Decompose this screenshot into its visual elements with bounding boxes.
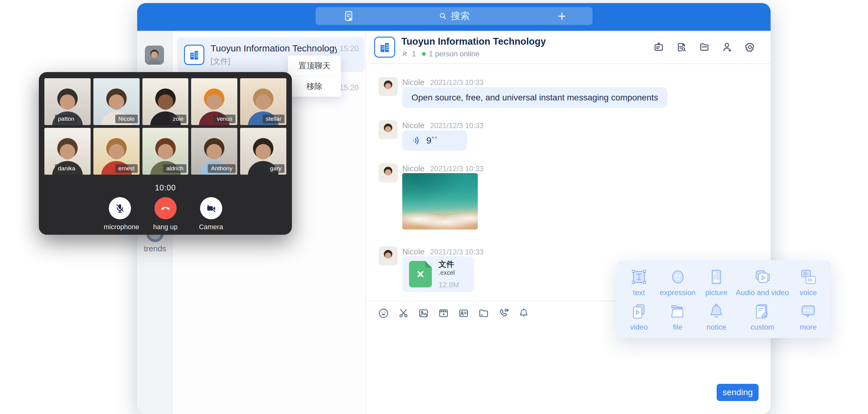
members-icon <box>401 50 409 58</box>
sender-avatar[interactable] <box>378 247 398 265</box>
participant-name: patton <box>55 115 78 123</box>
message-time: 2021/12/3 10:33 <box>430 78 484 87</box>
group-call-overlay: patton Nicole zoie venus stellar danika <box>39 72 292 235</box>
top-bar: 搜索 + <box>137 3 771 31</box>
participant-name: Nicole <box>115 115 138 123</box>
notification-bell-icon[interactable] <box>518 308 530 319</box>
hang-up-button[interactable] <box>154 197 177 219</box>
text-icon <box>630 267 648 286</box>
hang-up-label: hang up <box>150 223 182 231</box>
voice-icon <box>799 267 817 286</box>
chat-history-search-icon[interactable] <box>675 41 688 54</box>
file-size: 12.8M <box>439 281 467 289</box>
menu-item-pin-chat[interactable]: 置顶聊天 <box>288 56 341 76</box>
sender-avatar[interactable] <box>378 120 398 139</box>
text-bubble[interactable]: Open source, free, and universal instant… <box>402 87 667 108</box>
contact-card-icon[interactable] <box>458 308 469 319</box>
screenshot-scissors-icon[interactable] <box>398 308 409 319</box>
participant-tile[interactable]: venus <box>191 78 237 125</box>
sender-name: Nicole <box>402 247 425 257</box>
search-placeholder: 搜索 <box>451 9 470 23</box>
notice-bell-icon <box>707 301 725 320</box>
sender-avatar[interactable] <box>378 163 398 182</box>
call-timer: 10:00 <box>44 183 286 192</box>
participant-tile[interactable]: aldrich <box>143 128 189 174</box>
participant-name: ernest <box>115 164 138 173</box>
participant-tile[interactable]: ernest <box>93 128 140 174</box>
participant-tile[interactable]: Nicole <box>93 78 140 125</box>
search-bar[interactable]: 搜索 + <box>316 7 592 25</box>
camera-label: Camera <box>195 223 227 231</box>
sender-name: Nicole <box>402 121 425 130</box>
voice-bubble[interactable]: 9`` <box>402 130 467 151</box>
panel-item-more[interactable]: more <box>789 299 828 333</box>
panel-item-custom[interactable]: custom <box>736 299 789 333</box>
image-attachment-beach[interactable] <box>402 173 478 229</box>
add-button[interactable]: + <box>558 7 566 25</box>
menu-item-remove[interactable]: 移除 <box>288 76 341 97</box>
chat-title: Tuoyun Information Technology <box>401 36 652 47</box>
participant-name: zoie <box>170 115 187 123</box>
folder-icon[interactable] <box>478 308 490 319</box>
participant-tile[interactable]: stellar <box>240 78 286 125</box>
panel-item-file[interactable]: file <box>658 299 697 333</box>
participant-name: gary <box>267 164 284 173</box>
participant-tile[interactable]: gary <box>240 128 286 174</box>
picture-icon <box>707 267 725 286</box>
audio-video-icon <box>753 267 771 286</box>
settings-gear-icon[interactable] <box>743 41 756 54</box>
participant-name: stellar <box>262 115 284 123</box>
participant-tile[interactable]: danika <box>44 128 91 174</box>
participant-tile[interactable]: Anthony <box>191 128 237 174</box>
hang-up-icon <box>160 202 172 214</box>
file-ext: .excel <box>439 269 455 276</box>
search-field[interactable]: 搜索 <box>316 7 592 25</box>
participant-tile[interactable]: zoie <box>143 78 189 125</box>
panel-item-notice[interactable]: notice <box>697 299 736 333</box>
group-notice-icon[interactable] <box>652 41 665 54</box>
camera-off-button[interactable] <box>200 197 222 219</box>
message-type-panel: text expression picture <box>617 260 831 338</box>
input-toolbar <box>378 308 530 319</box>
conversation-context-menu: 置顶聊天 移除 <box>288 56 341 97</box>
chat-header: Tuoyun Information Technology 1 1 person… <box>366 31 771 64</box>
panel-item-expression[interactable]: expression <box>658 264 697 299</box>
video-clapper-icon[interactable] <box>438 308 450 319</box>
message-time: 2021/12/3 10:33 <box>430 248 484 256</box>
participant-tile[interactable]: patton <box>44 78 91 125</box>
panel-item-voice[interactable]: voice <box>789 264 828 299</box>
file-name: 文件 <box>439 260 454 268</box>
message-file: Nicole 2021/12/3 10:33 文件 .excel <box>378 247 533 308</box>
emoji-icon[interactable] <box>378 308 389 319</box>
search-icon <box>438 11 447 21</box>
microphone-control: microphone <box>104 197 136 231</box>
screen: 搜索 + trends <box>0 0 868 414</box>
files-icon[interactable] <box>698 41 711 54</box>
participant-name: Anthony <box>208 164 236 173</box>
conversation-title: Tuoyun Information Technology <box>211 43 337 54</box>
file-icon <box>669 301 687 320</box>
participant-name: venus <box>214 115 236 123</box>
chat-main: Tuoyun Information Technology 1 1 person… <box>366 31 771 414</box>
panel-item-picture[interactable]: picture <box>697 264 736 299</box>
conversation-time: 15:20 <box>339 83 359 92</box>
panel-item-video[interactable]: video <box>620 299 658 333</box>
microphone-mute-button[interactable] <box>109 197 131 219</box>
panel-item-audio-video[interactable]: Audio and video <box>736 264 789 299</box>
sender-name: Nicole <box>402 164 425 173</box>
sender-name: Nicole <box>402 77 425 87</box>
my-avatar[interactable] <box>145 45 164 65</box>
add-member-icon[interactable] <box>721 41 734 54</box>
panel-item-text[interactable]: text <box>620 264 658 299</box>
participant-name: aldrich <box>163 164 186 173</box>
send-button[interactable]: sending <box>717 384 758 401</box>
more-icon <box>799 301 817 320</box>
microphone-off-icon <box>114 203 125 214</box>
image-icon[interactable] <box>418 308 429 319</box>
file-attachment[interactable]: 文件 .excel 12.8M <box>402 256 474 292</box>
excel-file-icon <box>409 261 432 287</box>
sender-avatar[interactable] <box>378 77 398 96</box>
video-call-icon[interactable] <box>498 308 509 319</box>
message-time: 2021/12/3 10:33 <box>430 164 484 173</box>
participant-grid: patton Nicole zoie venus stellar danika <box>44 78 286 174</box>
